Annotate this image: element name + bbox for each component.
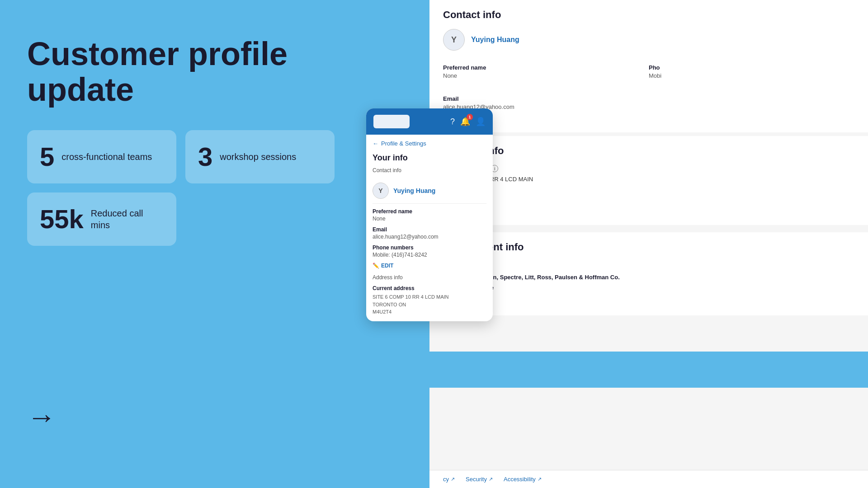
stat-number-teams: 5 xyxy=(40,144,54,170)
stat-label-calls: Reduced call mins xyxy=(91,207,164,231)
address-info-heading: Address info xyxy=(443,145,854,157)
contact-info-section: Contact info Y Yuying Huang Preferred na… xyxy=(429,0,868,132)
mobile-header: ? 🔔 1 👤 xyxy=(366,108,493,135)
mobile-email-value: alice.huang12@yahoo.com xyxy=(373,234,486,240)
divider-1 xyxy=(429,132,868,136)
divider-2 xyxy=(429,225,868,229)
right-edit-address-button[interactable]: ✏️ EDIT xyxy=(443,209,854,216)
right-avatar-initial: Y xyxy=(451,35,457,45)
mobile-preferred-name-label: Preferred name xyxy=(373,208,486,215)
mobile-avatar-name: Yuying Huang xyxy=(393,187,435,194)
employment-info-heading: Employment info xyxy=(443,241,854,253)
mobile-nav-icons: ? 🔔 1 👤 xyxy=(450,117,486,127)
stat-label-teams: cross-functional teams xyxy=(61,151,152,163)
bottom-spacer xyxy=(429,315,868,352)
stat-card-calls: 55k Reduced call mins xyxy=(27,192,176,246)
back-label: Profile & Settings xyxy=(381,140,426,147)
security-link[interactable]: Security ↗ xyxy=(466,476,493,483)
back-arrow-icon: ← xyxy=(373,140,378,147)
page-title: Customer profile update xyxy=(27,36,402,108)
right-avatar-name: Yuying Huang xyxy=(471,36,519,44)
edit-pencil-icon: ✏️ xyxy=(373,263,379,269)
mobile-search-bar[interactable] xyxy=(373,115,410,128)
address-info-section: Address info Current address i SITE 6 CO… xyxy=(429,136,868,225)
mobile-address-section: Address info Current address SITE 6 COMP… xyxy=(373,274,486,316)
mobile-phone-label: Phone numbers xyxy=(373,244,486,251)
right-preferred-name-value: None xyxy=(443,72,649,79)
mobile-edit-label: EDIT xyxy=(381,263,393,269)
help-icon[interactable]: ? xyxy=(450,117,455,127)
arrow-container[interactable]: → xyxy=(27,400,56,434)
security-external-icon: ↗ xyxy=(489,476,493,482)
stat-card-sessions: 3 workshop sessions xyxy=(185,130,335,183)
profile-icon[interactable]: 👤 xyxy=(476,117,486,127)
mobile-email-field: Email alice.huang12@yahoo.com xyxy=(373,226,486,240)
privacy-link[interactable]: cy ↗ xyxy=(443,476,455,483)
privacy-external-icon: ↗ xyxy=(451,476,455,482)
employment-details: Status: None Employer: Pearson, Spectre,… xyxy=(443,261,854,293)
right-edit-employment-button[interactable]: ✏️ EDIT xyxy=(443,300,854,306)
right-mobile-label: Mobi xyxy=(649,72,854,79)
mobile-preferred-name-value: None xyxy=(373,216,486,222)
mobile-avatar-initial: Y xyxy=(378,187,382,194)
mobile-contact-info-label: Contact info xyxy=(373,167,486,174)
mobile-edit-contact-button[interactable]: ✏️ EDIT xyxy=(373,263,486,269)
privacy-label: cy xyxy=(443,476,449,483)
employer-value: Pearson, Spectre, Litt, Ross, Paulsen & … xyxy=(473,274,620,281)
right-avatar: Y xyxy=(443,29,465,51)
notification-icon[interactable]: 🔔 1 xyxy=(460,117,470,127)
employment-info-section: Employment info Status: None Employer: P… xyxy=(429,232,868,315)
right-preferred-name-label: Preferred name xyxy=(443,64,649,71)
right-email-field: Email alice.huang12@yahoo.com xyxy=(443,91,854,115)
accessibility-link[interactable]: Accessibility ↗ xyxy=(504,476,542,483)
mobile-preferred-name-field: Preferred name None xyxy=(373,208,486,222)
right-phone-label: Pho xyxy=(649,64,854,71)
mobile-back-nav[interactable]: ← Profile & Settings xyxy=(373,140,486,147)
stat-card-teams: 5 cross-functional teams xyxy=(27,130,176,183)
mobile-address-line3: M4U2T4 xyxy=(373,309,392,314)
current-address-label: Current address i xyxy=(443,165,854,172)
notification-badge: 1 xyxy=(467,114,473,120)
right-edit-contact-button[interactable]: ✏️ EDIT xyxy=(443,117,854,123)
right-panel: Contact info Y Yuying Huang Preferred na… xyxy=(429,0,868,488)
right-email-label: Email xyxy=(443,95,854,102)
right-footer: cy ↗ Security ↗ Accessibility ↗ xyxy=(429,470,868,488)
mobile-address-line2: TORONTO ON xyxy=(373,302,406,307)
right-contact-fields: Preferred name None Pho Mobi xyxy=(443,60,854,84)
stat-label-sessions: workshop sessions xyxy=(220,151,296,163)
right-avatar-row: Y Yuying Huang xyxy=(443,29,854,51)
mobile-current-address-label: Current address xyxy=(373,285,486,291)
right-address-value: SITE 6 COMP 10 RR 4 LCD MAIN TORONTO ON … xyxy=(443,175,854,203)
right-content: Contact info Y Yuying Huang Preferred na… xyxy=(429,0,868,488)
mobile-avatar: Y xyxy=(373,183,389,199)
mobile-phone-value: Mobile: (416)741-8242 xyxy=(373,252,486,258)
mobile-address-section-label: Address info xyxy=(373,274,486,281)
mobile-mockup: ? 🔔 1 👤 ← Profile & Settings Your info C… xyxy=(366,108,493,321)
mobile-phone-field: Phone numbers Mobile: (416)741-8242 xyxy=(373,244,486,258)
mobile-section-title: Your info xyxy=(373,153,486,163)
left-panel: Customer profile update 5 cross-function… xyxy=(0,0,429,488)
mobile-content: ← Profile & Settings Your info Contact i… xyxy=(366,135,493,321)
mobile-address-value: SITE 6 COMP 10 RR 4 LCD MAIN TORONTO ON … xyxy=(373,293,486,316)
contact-info-heading: Contact info xyxy=(443,9,854,21)
bottom-blue-strip xyxy=(429,352,868,388)
security-label: Security xyxy=(466,476,487,483)
arrow-right-icon: → xyxy=(27,401,56,433)
mobile-avatar-row: Y Yuying Huang xyxy=(373,178,486,204)
right-email-value: alice.huang12@yahoo.com xyxy=(443,103,854,110)
right-phone-field: Pho Mobi xyxy=(649,60,854,84)
mobile-address-line1: SITE 6 COMP 10 RR 4 LCD MAIN xyxy=(373,294,449,300)
stat-number-calls: 55k xyxy=(40,206,84,232)
accessibility-label: Accessibility xyxy=(504,476,536,483)
stat-number-sessions: 3 xyxy=(198,144,212,170)
stat-cards: 5 cross-functional teams 3 workshop sess… xyxy=(27,130,335,246)
right-preferred-name-field: Preferred name None xyxy=(443,60,649,84)
accessibility-external-icon: ↗ xyxy=(538,476,542,482)
mobile-email-label: Email xyxy=(373,226,486,233)
